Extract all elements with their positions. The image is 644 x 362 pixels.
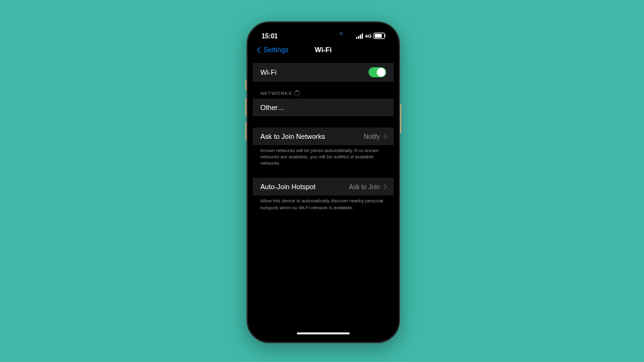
ask-join-footer: Known networks will be joined automatica… <box>253 145 394 167</box>
other-network-row[interactable]: Other… <box>253 99 394 116</box>
wifi-toggle[interactable] <box>369 67 386 77</box>
auto-hotspot-row[interactable]: Auto-Join Hotspot Ask to Join <box>253 178 394 195</box>
networks-header-label: NETWORKS <box>260 90 292 96</box>
status-right: 4G <box>356 33 385 39</box>
spinner-icon <box>294 90 300 96</box>
chevron-left-icon <box>257 47 264 53</box>
content: Wi-Fi NETWORKS Other… Ask to Join Networ… <box>253 58 394 211</box>
battery-icon <box>374 33 385 39</box>
volume-down <box>245 122 247 141</box>
wifi-label: Wi-Fi <box>260 69 277 76</box>
chevron-right-icon <box>382 134 387 139</box>
screen: 15:01 4G Settings Wi-Fi Wi-Fi N <box>253 28 394 337</box>
power-button <box>400 104 401 133</box>
ask-join-row[interactable]: Ask to Join Networks Notify <box>253 128 394 145</box>
wifi-toggle-group: Wi-Fi <box>253 63 394 82</box>
networks-group: Other… <box>253 99 394 116</box>
notch <box>289 28 358 40</box>
home-indicator[interactable] <box>297 332 350 334</box>
auto-hotspot-label: Auto-Join Hotspot <box>260 183 315 190</box>
ask-join-value: Notify <box>364 133 380 140</box>
wifi-toggle-row[interactable]: Wi-Fi <box>253 63 394 82</box>
nav-bar: Settings Wi-Fi <box>253 41 394 58</box>
back-label: Settings <box>264 46 289 53</box>
network-label: 4G <box>365 33 372 39</box>
phone-frame: 15:01 4G Settings Wi-Fi Wi-Fi N <box>247 21 400 343</box>
auto-hotspot-value: Ask to Join <box>349 184 380 190</box>
ask-join-label: Ask to Join Networks <box>260 133 325 140</box>
mute-switch <box>245 79 247 90</box>
status-time: 15:01 <box>262 33 278 40</box>
volume-up <box>245 98 247 117</box>
chevron-right-icon <box>382 184 387 189</box>
ask-join-group: Ask to Join Networks Notify <box>253 128 394 145</box>
auto-hotspot-footer: Allow this device to automatically disco… <box>253 195 394 211</box>
back-button[interactable]: Settings <box>258 46 289 53</box>
other-label: Other… <box>260 104 285 111</box>
auto-hotspot-group: Auto-Join Hotspot Ask to Join <box>253 178 394 195</box>
networks-header: NETWORKS <box>253 82 394 99</box>
